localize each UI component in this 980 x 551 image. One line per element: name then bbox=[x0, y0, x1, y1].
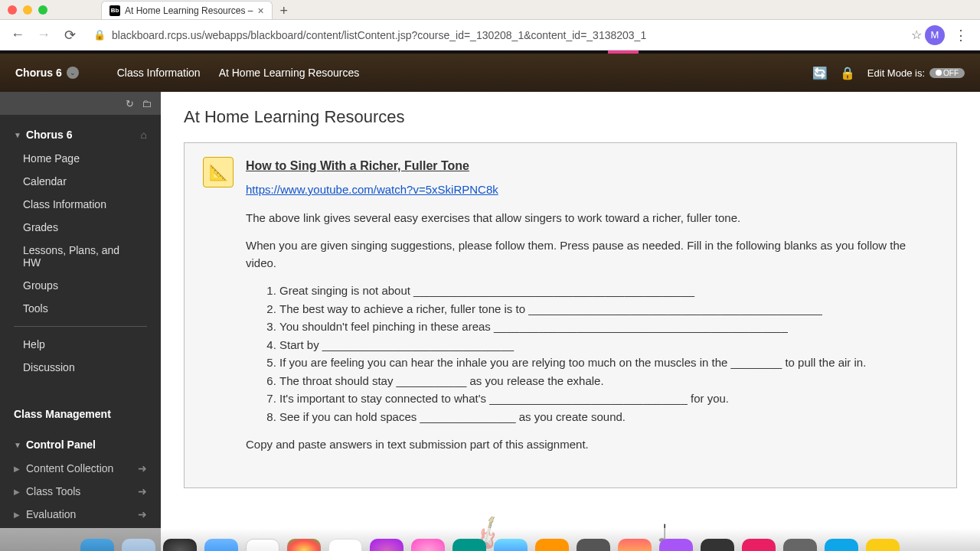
cp-item-class-tools[interactable]: ▶Class Tools➜ bbox=[0, 480, 161, 503]
dock-appstore[interactable] bbox=[494, 539, 528, 551]
dock-mail[interactable] bbox=[122, 539, 155, 551]
new-tab-button[interactable]: + bbox=[273, 3, 296, 19]
arrow-icon: ➜ bbox=[138, 485, 147, 497]
edit-mode-toggle[interactable]: OFF bbox=[929, 68, 965, 78]
dock-finder[interactable] bbox=[80, 539, 114, 551]
lock-icon-header[interactable]: 🔒 bbox=[840, 66, 855, 80]
cp-item-evaluation[interactable]: ▶Evaluation➜ bbox=[0, 503, 161, 526]
dock-app7[interactable] bbox=[659, 539, 693, 551]
chevron-right-icon: ▶ bbox=[14, 465, 20, 473]
sidebar-item-groups[interactable]: Groups bbox=[0, 274, 161, 297]
folder-icon[interactable]: 🗀 bbox=[142, 98, 152, 109]
url-text: blackboard.rcps.us/webapps/blackboard/co… bbox=[112, 29, 646, 41]
question-list: Great singing is not about _____________… bbox=[246, 282, 938, 425]
breadcrumb-at-home[interactable]: At Home Learning Resources bbox=[219, 67, 360, 79]
close-tab-icon[interactable]: × bbox=[257, 5, 263, 17]
favicon: Bb bbox=[109, 5, 120, 16]
dock-app10[interactable] bbox=[783, 539, 817, 551]
sidebar-item-lessons-plans-and-hw[interactable]: Lessons, Plans, and HW bbox=[0, 239, 161, 274]
refresh-icon[interactable]: 🔄 bbox=[812, 66, 828, 80]
sidebar-tools: ↻ 🗀 bbox=[0, 92, 161, 115]
dock-safari[interactable] bbox=[204, 539, 238, 551]
assignment-icon: 📐 bbox=[203, 157, 234, 187]
content-area: At Home Learning Resources 📐 How to Sing… bbox=[161, 92, 980, 551]
lock-icon: 🔒 bbox=[93, 29, 106, 41]
sidebar-item-grades[interactable]: Grades bbox=[0, 216, 161, 239]
sidebar-item-tools[interactable]: Tools bbox=[0, 297, 161, 320]
url-field[interactable]: 🔒 blackboard.rcps.us/webapps/blackboard/… bbox=[84, 29, 908, 41]
dock-calendar[interactable] bbox=[328, 539, 362, 551]
forward-button[interactable]: → bbox=[32, 24, 55, 47]
dock-app1[interactable] bbox=[163, 539, 197, 551]
dock-app6[interactable] bbox=[618, 539, 652, 551]
course-dropdown-icon[interactable]: ⌄ bbox=[67, 67, 79, 79]
card-title[interactable]: How to Sing With a Richer, Fuller Tone bbox=[246, 157, 938, 175]
dock-app8[interactable] bbox=[701, 539, 734, 551]
course-sidebar: ↻ 🗀 ▼ Chorus 6 ⌂ Home PageCalendarClass … bbox=[0, 92, 161, 551]
dock-app4[interactable] bbox=[452, 539, 486, 551]
chevron-right-icon: ▶ bbox=[14, 510, 20, 519]
sidebar-item-calendar[interactable]: Calendar bbox=[0, 170, 161, 193]
browser-tab[interactable]: Bb At Home Learning Resources – × bbox=[101, 1, 273, 19]
list-item: It's important to stay connected to what… bbox=[279, 390, 938, 408]
arrow-icon: ➜ bbox=[138, 462, 147, 474]
mac-titlebar: Bb At Home Learning Resources – × + bbox=[0, 0, 980, 20]
paragraph-2: When you are given singing suggestions, … bbox=[246, 237, 938, 272]
tab-title: At Home Learning Resources – bbox=[125, 5, 253, 16]
maximize-window-button[interactable] bbox=[38, 5, 47, 15]
list-item: See if you can hold spaces _____________… bbox=[279, 409, 938, 426]
dock-app2[interactable] bbox=[246, 539, 279, 551]
sidebar-course-header[interactable]: ▼ Chorus 6 ⌂ bbox=[0, 122, 161, 147]
sidebar-class-mgmt[interactable]: Class Management bbox=[0, 402, 161, 426]
sidebar-item-home-page[interactable]: Home Page bbox=[0, 147, 161, 170]
edit-mode-label: Edit Mode is: bbox=[867, 67, 925, 79]
paragraph-1: The above link gives several easy exerci… bbox=[246, 210, 938, 227]
page-title: At Home Learning Resources bbox=[184, 107, 957, 127]
profile-avatar[interactable]: M bbox=[925, 25, 945, 45]
chevron-down-icon: ▼ bbox=[14, 131, 21, 139]
mac-dock bbox=[0, 528, 980, 551]
dock-app12[interactable] bbox=[866, 539, 900, 551]
minimize-window-button[interactable] bbox=[23, 5, 32, 15]
bb-top-nav: Chorus 6 ⌄ Class Information At Home Lea… bbox=[0, 54, 980, 92]
list-item: Start by ______________________________ bbox=[279, 337, 938, 354]
edit-mode-control[interactable]: Edit Mode is: OFF bbox=[867, 67, 965, 79]
browser-menu-button[interactable]: ⋮ bbox=[948, 27, 974, 44]
dock-itunes[interactable] bbox=[411, 539, 445, 551]
sidebar-control-panel[interactable]: ▼ Control Panel bbox=[0, 432, 161, 457]
refresh-sidebar-icon[interactable]: ↻ bbox=[126, 98, 134, 109]
dock-chrome[interactable] bbox=[287, 539, 321, 551]
arrow-icon: ➜ bbox=[138, 508, 147, 520]
list-item: The throat should stay ___________ as yo… bbox=[279, 373, 938, 390]
list-item: The best way to achieve a richer, fuller… bbox=[279, 301, 938, 318]
chevron-right-icon: ▶ bbox=[14, 487, 20, 496]
paragraph-3: Copy and paste answers in text submissio… bbox=[246, 436, 938, 454]
sidebar-item-help[interactable]: Help bbox=[0, 333, 161, 356]
dock-app5[interactable] bbox=[535, 539, 569, 551]
home-icon[interactable]: ⌂ bbox=[141, 129, 147, 141]
list-item: Great singing is not about _____________… bbox=[279, 282, 938, 300]
cp-item-content-collection[interactable]: ▶Content Collection➜ bbox=[0, 457, 161, 480]
bookmark-icon[interactable]: ☆ bbox=[911, 28, 922, 42]
window-controls bbox=[8, 5, 47, 15]
breadcrumb-class-info[interactable]: Class Information bbox=[117, 67, 201, 79]
list-item: If you are feeling you can hear the inha… bbox=[279, 354, 938, 372]
dock-app3[interactable] bbox=[370, 539, 403, 551]
dock-app9[interactable] bbox=[742, 539, 776, 551]
loading-strip bbox=[0, 51, 980, 54]
close-window-button[interactable] bbox=[8, 5, 17, 15]
back-button[interactable]: ← bbox=[6, 24, 29, 47]
video-link[interactable]: https://www.youtube.com/watch?v=5xSkiRPN… bbox=[246, 181, 938, 199]
course-name: Chorus 6 bbox=[15, 67, 62, 79]
content-card: 📐 How to Sing With a Richer, Fuller Tone… bbox=[184, 142, 957, 488]
dock-terminal[interactable] bbox=[577, 539, 610, 551]
sidebar-item-class-information[interactable]: Class Information bbox=[0, 193, 161, 216]
sidebar-item-discussion[interactable]: Discussion bbox=[0, 356, 161, 379]
reload-button[interactable]: ⟳ bbox=[58, 24, 81, 47]
address-bar: ← → ⟳ 🔒 blackboard.rcps.us/webapps/black… bbox=[0, 20, 980, 51]
list-item: You shouldn't feel pinching in these are… bbox=[279, 318, 938, 336]
chevron-down-icon: ▼ bbox=[14, 441, 21, 449]
dock-app11[interactable] bbox=[825, 539, 858, 551]
